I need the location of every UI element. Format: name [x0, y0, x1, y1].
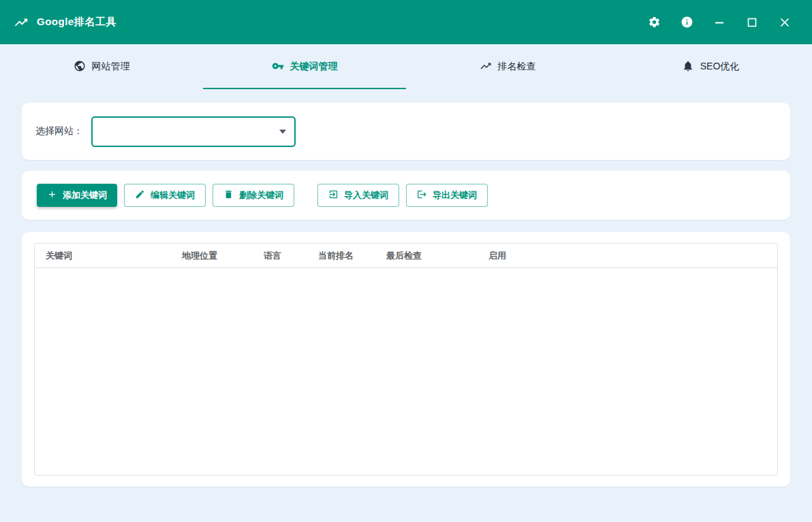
column-header-rank: 当前排名: [307, 250, 375, 262]
export-icon: [417, 189, 427, 201]
tab-label: SEO优化: [700, 61, 740, 73]
keyword-table-card: 关键词 地理位置 语言 当前排名 最后检查 启用: [22, 232, 790, 487]
maximize-button[interactable]: [738, 9, 766, 36]
info-button[interactable]: [673, 9, 700, 36]
key-icon: [272, 60, 284, 74]
tab-label: 排名检查: [498, 61, 536, 73]
close-icon: [780, 18, 790, 27]
keyword-table: 关键词 地理位置 语言 当前排名 最后检查 启用: [34, 243, 778, 476]
globe-icon: [74, 60, 86, 74]
keyword-toolbar-card: 添加关键词 编辑关键词 删除关键词 导入关键词 导出关键词: [22, 171, 790, 220]
gear-icon: [648, 16, 661, 29]
seo-bell-icon: [682, 60, 694, 74]
info-icon: [681, 16, 693, 29]
main-tabs: 网站管理 关键词管理 排名检查 SEO优化: [0, 46, 812, 89]
trending-up-logo-icon: [14, 15, 29, 30]
column-header-language: 语言: [253, 250, 307, 262]
column-header-keyword: 关键词: [35, 250, 171, 262]
button-label: 删除关键词: [239, 189, 283, 201]
tab-label: 关键词管理: [290, 61, 338, 73]
button-label: 导出关键词: [433, 189, 477, 201]
import-keywords-button[interactable]: 导入关键词: [317, 184, 399, 207]
import-icon: [328, 189, 339, 201]
export-keywords-button[interactable]: 导出关键词: [406, 184, 488, 207]
trash-icon: [223, 189, 234, 201]
minimize-button[interactable]: [706, 9, 733, 36]
column-header-enabled: 启用: [478, 250, 777, 262]
tab-keyword-management[interactable]: 关键词管理: [203, 46, 406, 89]
site-selector-label: 选择网站：: [35, 125, 83, 137]
chevron-down-icon: [279, 130, 286, 134]
close-button[interactable]: [771, 9, 798, 36]
tab-seo-optimization[interactable]: SEO优化: [609, 46, 812, 89]
titlebar: Google排名工具: [0, 0, 812, 44]
button-label: 导入关键词: [344, 189, 388, 201]
tab-rank-check[interactable]: 排名检查: [406, 46, 609, 89]
plus-icon: [47, 189, 57, 201]
tab-site-management[interactable]: 网站管理: [0, 46, 203, 89]
app-title: Google排名工具: [37, 16, 116, 29]
site-selector-card: 选择网站：: [22, 103, 790, 160]
keyword-table-body-empty: [35, 268, 777, 475]
trending-up-icon: [480, 60, 492, 74]
button-label: 编辑关键词: [151, 189, 195, 201]
add-keyword-button[interactable]: 添加关键词: [37, 184, 117, 207]
pencil-icon: [135, 189, 145, 201]
settings-button[interactable]: [640, 9, 668, 36]
maximize-icon: [747, 18, 757, 27]
delete-keyword-button[interactable]: 删除关键词: [213, 184, 294, 207]
site-select-dropdown[interactable]: [91, 116, 296, 147]
keyword-table-header-row: 关键词 地理位置 语言 当前排名 最后检查 启用: [35, 244, 777, 268]
tab-label: 网站管理: [92, 61, 130, 73]
column-header-location: 地理位置: [171, 250, 253, 262]
edit-keyword-button[interactable]: 编辑关键词: [124, 184, 206, 207]
button-label: 添加关键词: [63, 189, 107, 201]
column-header-last-check: 最后检查: [375, 250, 478, 262]
minimize-icon: [715, 18, 724, 27]
